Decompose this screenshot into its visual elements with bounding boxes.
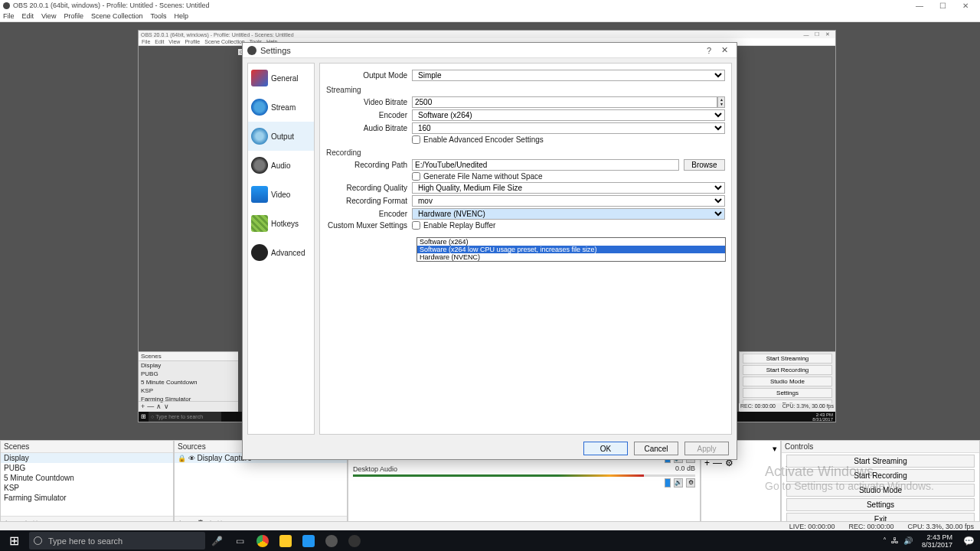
help-button[interactable]: ? <box>701 46 717 55</box>
settings-button[interactable]: Settings <box>786 498 975 511</box>
menu-edit[interactable]: Edit <box>22 12 34 20</box>
recording-path-label: Recording Path <box>326 161 412 169</box>
scene-item[interactable]: PUBG <box>1 463 173 473</box>
stream-encoder-select[interactable]: Software (x264) <box>412 109 725 121</box>
cortana-mic-icon[interactable]: 🎤 <box>205 530 228 551</box>
scenes-list[interactable]: Display PUBG 5 Minute Countdown KSP Farm… <box>1 453 173 516</box>
start-streaming-button[interactable]: Start Streaming <box>786 455 975 468</box>
visibility-icon[interactable] <box>188 454 195 462</box>
minimize-button[interactable]: — <box>908 2 931 10</box>
audio-meter <box>353 474 695 477</box>
menu-help[interactable]: Help <box>174 12 188 20</box>
general-icon <box>251 70 268 86</box>
file-explorer-icon[interactable] <box>274 530 297 551</box>
audio-track: Desktop Audio 0.0 dB 🔊⚙ <box>353 465 695 487</box>
maximize-button[interactable]: ☐ <box>931 2 954 10</box>
close-button[interactable]: ✕ <box>954 2 977 10</box>
encoder-option[interactable]: Software (x264) <box>417 238 725 246</box>
output-mode-select[interactable]: Simple <box>412 70 725 81</box>
lock-icon[interactable] <box>178 454 186 462</box>
audio-settings-icon[interactable]: ⚙ <box>686 478 695 487</box>
obs-taskbar-icon[interactable] <box>343 530 366 551</box>
inner-max-icon: ☐ <box>812 31 822 37</box>
volume-icon[interactable]: 🔊 <box>903 536 913 545</box>
spinner-icon[interactable]: ▴▾ <box>717 96 725 108</box>
enable-advanced-checkbox[interactable]: Enable Advanced Encoder Settings <box>412 135 725 144</box>
generate-filename-checkbox[interactable]: Generate File Name without Space <box>412 172 725 181</box>
nav-stream[interactable]: Stream <box>248 93 314 122</box>
controls-panel: Controls Start Streaming Start Recording… <box>781 440 980 530</box>
windows-taskbar: ⊞ Type here to search 🎤 ▭ ˄ 🖧 🔊 2:43 PM … <box>0 530 980 551</box>
video-bitrate-input[interactable] <box>412 96 717 108</box>
audio-db: 0.0 dB <box>675 465 695 472</box>
mute-icon[interactable]: 🔊 <box>674 478 683 487</box>
taskbar-search[interactable]: Type here to search <box>29 532 205 549</box>
recording-path-input[interactable] <box>412 159 679 171</box>
inner-min-icon: — <box>801 32 812 37</box>
app-icon[interactable] <box>320 530 343 551</box>
nav-general[interactable]: General <box>248 64 314 93</box>
ok-button[interactable]: OK <box>583 442 628 455</box>
apply-button[interactable]: Apply <box>684 442 729 455</box>
start-button[interactable]: ⊞ <box>0 530 28 551</box>
window-title: OBS 20.0.1 (64bit, windows) - Profile: U… <box>13 2 908 9</box>
audio-bitrate-select[interactable]: 160 <box>412 122 725 134</box>
scene-item[interactable]: KSP <box>1 483 173 493</box>
transition-dropdown-icon[interactable]: ▾ <box>773 444 777 454</box>
status-rec: REC: 00:00:00 <box>848 523 893 530</box>
menu-file[interactable]: File <box>3 12 15 20</box>
scene-item[interactable]: Display <box>1 453 173 463</box>
action-center-icon[interactable]: 💬 <box>957 530 980 551</box>
nav-hotkeys[interactable]: Hotkeys <box>248 209 314 238</box>
status-bar: LIVE: 00:00:00 REC: 00:00:00 CPU: 3.3%, … <box>0 521 980 530</box>
scene-item[interactable]: Farming Simulator <box>1 493 173 503</box>
inner-search: ○ Type here to search <box>149 412 221 422</box>
recording-encoder-select[interactable]: Hardware (NVENC) <box>412 208 725 220</box>
settings-close-button[interactable]: ✕ <box>717 45 732 55</box>
tray-chevron-icon[interactable]: ˄ <box>883 536 887 545</box>
audio-label: Desktop Audio <box>353 465 397 473</box>
recording-format-select[interactable]: mov <box>412 195 725 207</box>
inner-start-icon: ⊞ <box>139 412 149 422</box>
inner-close-icon: ✕ <box>822 31 833 37</box>
start-recording-button[interactable]: Start Recording <box>786 469 975 482</box>
menu-profile[interactable]: Profile <box>64 12 83 20</box>
output-icon <box>251 128 268 145</box>
nav-audio[interactable]: Audio <box>248 151 314 180</box>
taskbar-apps <box>251 530 366 551</box>
chrome-icon[interactable] <box>251 530 274 551</box>
advanced-icon <box>251 244 268 261</box>
nav-video[interactable]: Video <box>248 180 314 209</box>
nav-output[interactable]: Output <box>248 122 314 151</box>
encoder-option[interactable]: Hardware (NVENC) <box>417 253 725 261</box>
studio-mode-button[interactable]: Studio Mode <box>786 484 975 497</box>
recording-quality-select[interactable]: High Quality, Medium File Size <box>412 182 725 194</box>
settings-nav: General Stream Output Audio Video Hotkey… <box>247 63 315 435</box>
scene-item[interactable]: 5 Minute Countdown <box>1 473 173 483</box>
encoder-dropdown-list[interactable]: Software (x264) Software (x264 low CPU u… <box>416 237 726 262</box>
volume-slider[interactable] <box>665 478 671 487</box>
sources-list[interactable]: Display Capture <box>175 453 347 516</box>
replay-buffer-checkbox[interactable]: Enable Replay Buffer <box>412 221 725 230</box>
cancel-button[interactable]: Cancel <box>634 442 678 455</box>
network-icon[interactable]: 🖧 <box>891 536 899 545</box>
audio-icon <box>251 157 268 174</box>
hotkeys-icon <box>251 215 268 232</box>
browse-button[interactable]: Browse <box>684 159 725 171</box>
recording-quality-label: Recording Quality <box>326 184 412 192</box>
encoder-option[interactable]: Software (x264 low CPU usage preset, inc… <box>417 246 725 253</box>
search-placeholder: Type here to search <box>48 536 122 546</box>
scenes-header: Scenes <box>1 441 173 453</box>
taskbar-clock[interactable]: 2:43 PM 8/31/2017 <box>917 533 957 549</box>
store-icon[interactable] <box>297 530 320 551</box>
inner-clock: 2:43 PM8/31/2017 <box>810 412 835 422</box>
status-cpu: CPU: 3.3%, 30.00 fps <box>907 523 974 530</box>
task-view-icon[interactable]: ▭ <box>228 530 251 551</box>
menu-tools[interactable]: Tools <box>150 12 166 20</box>
system-tray[interactable]: ˄ 🖧 🔊 <box>883 536 917 545</box>
nav-advanced[interactable]: Advanced <box>248 238 314 267</box>
menubar: File Edit View Profile Scene Collection … <box>0 11 980 22</box>
menu-scene-collection[interactable]: Scene Collection <box>91 12 143 20</box>
inner-scene-item: KSP <box>139 386 238 395</box>
menu-view[interactable]: View <box>41 12 56 20</box>
